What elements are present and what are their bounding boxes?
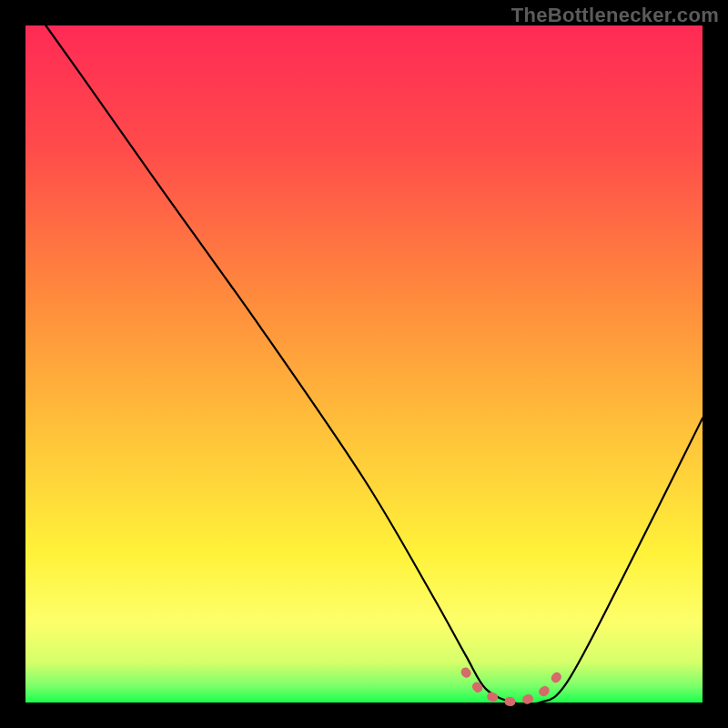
bottleneck-chart-svg bbox=[0, 0, 728, 728]
plot-area bbox=[25, 25, 703, 703]
watermark-text: TheBottlenecker.com bbox=[511, 4, 719, 27]
chart-frame: TheBottlenecker.com bbox=[0, 0, 728, 728]
